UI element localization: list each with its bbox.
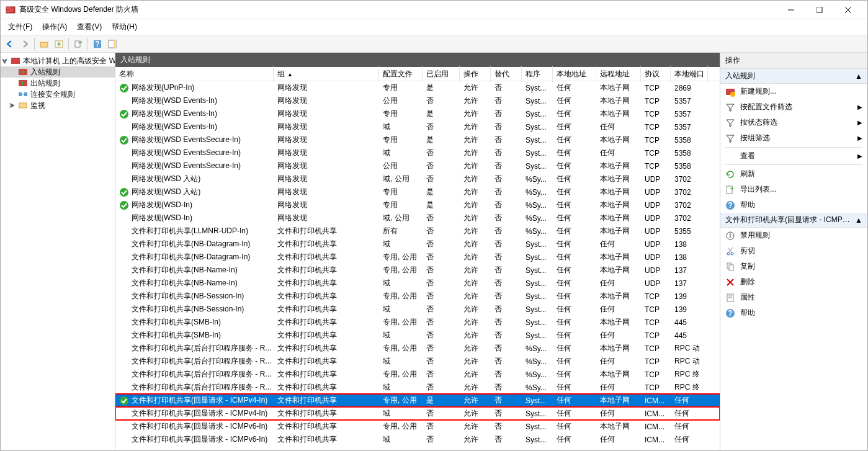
menu-view[interactable]: 查看(V) bbox=[72, 19, 107, 35]
col-laddr[interactable]: 本地地址 bbox=[553, 66, 596, 82]
table-row[interactable]: 网络发现(WSD EventsSecure-In)网络发现专用是允许否Syst.… bbox=[115, 133, 720, 146]
tree-inbound[interactable]: 入站规则 bbox=[1, 66, 115, 78]
table-row[interactable]: 网络发现(WSD EventsSecure-In)网络发现域否允许否Syst..… bbox=[115, 146, 720, 159]
col-program[interactable]: 程序 bbox=[522, 66, 553, 82]
table-row[interactable]: 网络发现(WSD 入站)网络发现域, 公用否允许否%Sy...任何本地子网UDP… bbox=[115, 172, 720, 185]
rule-disabled-icon bbox=[119, 370, 129, 380]
back-button[interactable] bbox=[3, 37, 17, 51]
table-row[interactable]: 文件和打印机共享(NB-Name-In)文件和打印机共享域否允许否Syst...… bbox=[115, 277, 720, 290]
rule-override: 否 bbox=[491, 251, 522, 264]
col-name[interactable]: 名称 bbox=[115, 66, 274, 82]
rules-list[interactable]: 网络发现(UPnP-In)网络发现专用是允许否Syst...任何本地子网TCP2… bbox=[115, 81, 720, 450]
action-delete[interactable]: 删除 bbox=[720, 274, 867, 290]
new-button[interactable] bbox=[52, 37, 66, 51]
export-button[interactable] bbox=[71, 37, 85, 51]
col-action[interactable]: 操作 bbox=[460, 66, 491, 82]
pane-button[interactable] bbox=[105, 37, 119, 51]
rule-enabled: 否 bbox=[423, 381, 460, 394]
table-row[interactable]: 文件和打印机共享(回显请求 - ICMPv6-In)文件和打印机共享专用, 公用… bbox=[115, 420, 720, 433]
menu-action[interactable]: 操作(A) bbox=[37, 19, 72, 35]
rule-override: 否 bbox=[491, 107, 522, 120]
rule-program: Syst... bbox=[522, 304, 553, 315]
menu-file[interactable]: 文件(F) bbox=[3, 19, 37, 35]
table-row[interactable]: 文件和打印机共享(LLMNR-UDP-In)文件和打印机共享所有否允许否%Sy.… bbox=[115, 225, 720, 238]
close-button[interactable] bbox=[834, 1, 862, 19]
col-override[interactable]: 替代 bbox=[491, 66, 522, 82]
action-filter-state[interactable]: 按状态筛选 ▶ bbox=[720, 115, 867, 130]
table-row[interactable]: 文件和打印机共享(后台打印程序服务 - R...文件和打印机共享专用, 公用否允… bbox=[115, 368, 720, 381]
folder-button[interactable] bbox=[37, 37, 51, 51]
expand-icon[interactable]: ⮞ bbox=[9, 102, 16, 109]
rule-action: 允许 bbox=[460, 238, 491, 251]
svg-point-31 bbox=[730, 92, 735, 97]
action-disable[interactable]: 禁用规则 bbox=[720, 228, 867, 243]
table-row[interactable]: 文件和打印机共享(NB-Datagram-In)文件和打印机共享专用, 公用否允… bbox=[115, 251, 720, 264]
rule-enabled-icon bbox=[119, 200, 129, 210]
tree-root[interactable]: ⮟ 本地计算机 上的高级安全 Win bbox=[1, 55, 115, 66]
table-row[interactable]: 网络发现(WSD Events-In)网络发现域否允许否Syst...任何任何T… bbox=[115, 120, 720, 133]
maximize-button[interactable] bbox=[805, 1, 834, 19]
action-help[interactable]: ? 帮助 bbox=[720, 197, 867, 213]
col-raddr[interactable]: 远程地址 bbox=[596, 66, 641, 82]
navigation-tree[interactable]: ⮟ 本地计算机 上的高级安全 Win 入站规则 出站规则 连接安全规则 ⮞ 监视 bbox=[1, 53, 115, 450]
svg-rect-23 bbox=[19, 103, 27, 108]
tree-connsec[interactable]: 连接安全规则 bbox=[1, 89, 115, 100]
table-row[interactable]: 文件和打印机共享(NB-Datagram-In)文件和打印机共享域否允许否Sys… bbox=[115, 238, 720, 251]
table-row[interactable]: 网络发现(WSD Events-In)网络发现专用是允许否Syst...任何本地… bbox=[115, 107, 720, 120]
table-row[interactable]: 文件和打印机共享(NB-Name-In)文件和打印机共享专用, 公用否允许否Sy… bbox=[115, 264, 720, 277]
table-row[interactable]: 网络发现(WSD-In)网络发现域, 公用否允许否%Sy...任何本地子网UDP… bbox=[115, 212, 720, 225]
table-row[interactable]: 文件和打印机共享(回显请求 - ICMPv4-In)文件和打印机共享专用, 公用… bbox=[115, 394, 720, 407]
rule-override: 否 bbox=[491, 420, 522, 433]
table-row[interactable]: 文件和打印机共享(SMB-In)文件和打印机共享专用, 公用否允许否Syst..… bbox=[115, 316, 720, 329]
table-row[interactable]: 文件和打印机共享(后台打印程序服务 - R...文件和打印机共享专用, 公用否允… bbox=[115, 342, 720, 355]
rule-laddr: 任何 bbox=[553, 316, 596, 329]
col-proto[interactable]: 协议 bbox=[641, 66, 671, 82]
rule-enabled-icon bbox=[119, 109, 129, 119]
forward-button[interactable] bbox=[18, 37, 32, 51]
rule-profile: 专用 bbox=[379, 199, 423, 212]
rule-profile: 专用, 公用 bbox=[379, 290, 423, 303]
action-properties[interactable]: 属性 bbox=[720, 290, 867, 305]
table-row[interactable]: 网络发现(WSD Events-In)网络发现公用否允许否Syst...任何本地… bbox=[115, 94, 720, 107]
rule-profile: 域 bbox=[379, 146, 423, 159]
rule-program: Syst... bbox=[522, 317, 553, 328]
rule-name: 文件和打印机共享(NB-Datagram-In) bbox=[132, 252, 250, 262]
table-row[interactable]: 网络发现(WSD EventsSecure-In)网络发现公用否允许否Syst.… bbox=[115, 159, 720, 172]
action-view[interactable]: 查看 ▶ bbox=[720, 149, 867, 163]
table-row[interactable]: 网络发现(WSD-In)网络发现专用是允许否%Sy...任何本地子网UDP370… bbox=[115, 199, 720, 212]
table-row[interactable]: 网络发现(UPnP-In)网络发现专用是允许否Syst...任何本地子网TCP2… bbox=[115, 81, 720, 94]
table-row[interactable]: 文件和打印机共享(回显请求 - ICMPv6-In)文件和打印机共享域否允许否S… bbox=[115, 433, 720, 446]
table-row[interactable]: 文件和打印机共享(NB-Session-In)文件和打印机共享域否允许否Syst… bbox=[115, 303, 720, 316]
collapse-icon[interactable]: ⮟ bbox=[2, 58, 8, 64]
table-row[interactable]: 网络发现(WSD 入站)网络发现专用是允许否%Sy...任何本地子网UDP370… bbox=[115, 185, 720, 199]
table-row[interactable]: 文件和打印机共享(后台打印程序服务 - R...文件和打印机共享域否允许否%Sy… bbox=[115, 381, 720, 394]
rule-laddr: 任何 bbox=[553, 420, 596, 433]
action-filter-group[interactable]: 按组筛选 ▶ bbox=[720, 130, 867, 146]
tree-monitor[interactable]: ⮞ 监视 bbox=[1, 100, 115, 111]
action-new-rule[interactable]: 新建规则... bbox=[720, 84, 867, 99]
minimize-button[interactable] bbox=[777, 1, 805, 19]
col-lport[interactable]: 本地端口 bbox=[671, 66, 708, 82]
tree-outbound[interactable]: 出站规则 bbox=[1, 78, 115, 89]
action-cut[interactable]: 剪切 bbox=[720, 243, 867, 259]
table-row[interactable]: 文件和打印机共享(回显请求 - ICMPv4-In)文件和打印机共享域否允许否S… bbox=[115, 407, 720, 420]
table-row[interactable]: 文件和打印机共享(NB-Session-In)文件和打印机共享专用, 公用否允许… bbox=[115, 290, 720, 303]
action-copy[interactable]: 复制 bbox=[720, 259, 867, 274]
col-profile[interactable]: 配置文件 bbox=[379, 66, 423, 82]
rule-group: 文件和打印机共享 bbox=[274, 316, 379, 329]
help-button[interactable]: ? bbox=[91, 37, 104, 51]
action-help2[interactable]: ? 帮助 bbox=[720, 305, 867, 321]
menu-help[interactable]: 帮助(H) bbox=[107, 19, 142, 35]
action-filter-profile[interactable]: 按配置文件筛选 ▶ bbox=[720, 99, 867, 115]
rule-disabled-icon bbox=[119, 252, 129, 262]
table-row[interactable]: 文件和打印机共享(后台打印程序服务 - R...文件和打印机共享域否允许否%Sy… bbox=[115, 355, 720, 368]
col-enabled[interactable]: 已启用 bbox=[423, 66, 460, 82]
rule-lport: 任何 bbox=[671, 407, 708, 420]
rule-proto: TCP bbox=[641, 96, 671, 107]
action-refresh[interactable]: 刷新 bbox=[720, 166, 867, 182]
collapse-arrow-icon[interactable]: ▲ bbox=[854, 216, 862, 225]
action-export[interactable]: 导出列表... bbox=[720, 182, 867, 197]
collapse-arrow-icon[interactable]: ▲ bbox=[854, 72, 862, 81]
table-row[interactable]: 文件和打印机共享(SMB-In)文件和打印机共享域否允许否Syst...任何任何… bbox=[115, 329, 720, 342]
col-group[interactable]: 组▲ bbox=[274, 66, 379, 82]
